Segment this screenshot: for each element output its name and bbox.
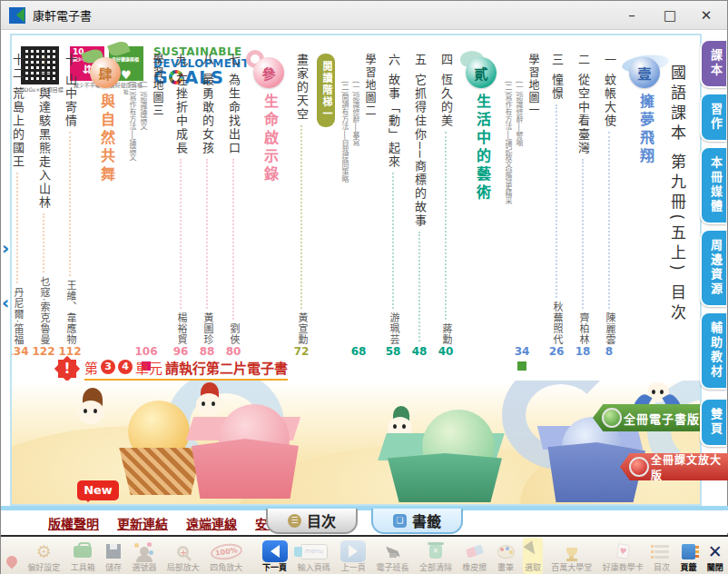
lesson-number: 二 [576, 54, 590, 67]
map-subitems: (一)認識修辭──譬喻(二)寫作有方法──讓記敘文變得更精采 [503, 54, 524, 345]
e-monitor-icon [383, 539, 403, 563]
minimize-button[interactable]: – [618, 5, 645, 26]
dotted-leader [69, 132, 71, 276]
unit-title: 生活中的藝術 [471, 94, 493, 203]
lesson-number: 十 [64, 54, 77, 67]
clear-all-button[interactable]: ✕全部清除 [418, 538, 454, 574]
goto-page-button[interactable]: menu輸入頁碼 [296, 538, 332, 574]
toc-lesson-entry[interactable]: 一蚊帳大使陳麗雲8 [598, 54, 620, 359]
map-subitem: (二)閱讀有方法──自我提問策略 [339, 81, 349, 345]
tab-toc[interactable]: ☰ 目次 [266, 509, 358, 534]
record-icon [629, 457, 649, 477]
toc-icon [654, 539, 669, 563]
preferences-icon: ⚙ [36, 539, 52, 563]
toc-lesson-entry[interactable]: 十山中寄情王維、韋應物112 [59, 54, 81, 359]
next-page-button[interactable]: 下一頁 [261, 538, 290, 574]
toolbar-label: 局部放大 [167, 563, 200, 573]
page-number: 134 [10, 345, 29, 359]
toc-button[interactable]: 目次 [652, 538, 672, 574]
side-tab-習作[interactable]: 習作 [700, 93, 726, 142]
collapse-arrow[interactable]: ‹ [2, 292, 15, 313]
next-page-icon [262, 539, 288, 563]
full-ebook-banner-button[interactable]: 全冊電子書版 [593, 404, 707, 431]
toolbar-label: 下一頁 [262, 563, 287, 573]
toc-lesson-entry[interactable]: 六故事「動」起來游珮芸58 [382, 54, 404, 359]
side-tab-雙頁[interactable]: 雙頁 [700, 398, 726, 447]
partial-zoom-button[interactable]: +局部放大 [165, 538, 202, 574]
corner-zoom-button[interactable]: 100%四角放大 [208, 538, 244, 574]
toc-lesson-entry[interactable]: 四恆久的美蔣勳40 [435, 54, 457, 359]
lesson-number: 九 [174, 54, 188, 67]
unit-header: 參生命啟示錄 [249, 54, 290, 359]
toc-lesson-entry[interactable]: 七為生命找出口劉俠80 [222, 54, 244, 359]
toolbar-label: 偏好設定 [27, 563, 60, 573]
lesson-number: 十一 [37, 54, 51, 81]
maximize-button[interactable]: □ [656, 5, 684, 26]
lesson-author: 蔣勳 [437, 323, 455, 345]
toc-ladder-entry[interactable]: 畫家的天空黃宣勳72 [290, 54, 312, 359]
brush-button[interactable]: 畫筆 [496, 538, 516, 574]
lesson-title: 五它抓得住你──商標的故事 [408, 54, 430, 228]
preferences-button[interactable]: ⚙偏好設定 [25, 538, 62, 574]
tab-bookmark[interactable]: ❏ 書籤 [371, 509, 463, 534]
page-tabs-button[interactable]: 頁籤 [678, 538, 698, 574]
page-number: 26 [549, 345, 565, 359]
side-tab-本冊媒體[interactable]: 本冊媒體 [700, 146, 726, 224]
side-tab-周邊資源[interactable]: 周邊資源 [700, 229, 726, 307]
close-button[interactable]: ✕關閉 [705, 538, 725, 574]
close-button[interactable]: ✕ [693, 5, 720, 26]
map-subitem: (二)寫作有方法──議論文 [127, 81, 137, 345]
full-text-zoom-banner-button[interactable]: 全冊課文放大版 [620, 453, 728, 480]
toc-lesson-entry[interactable]: 九在挫折中成長楊裕貿96 [170, 54, 192, 359]
toc-map-entry[interactable]: 學習地圖一(一)認識修辭──譬喻(二)寫作有方法──讓記敘文變得更精采34 [503, 54, 541, 359]
clear-all-icon: ✕ [429, 539, 442, 563]
toc-lesson-entry[interactable]: 二從空中看臺灣齊柏林18 [572, 54, 594, 359]
lesson-title: 九在挫折中成長 [170, 54, 192, 155]
pin-button[interactable] [5, 538, 19, 574]
prev-page-button[interactable]: 上一頁 [339, 538, 368, 574]
side-tab-課本[interactable]: 課本 [700, 39, 726, 88]
toc-lesson-entry[interactable]: 三憧憬秋蕪照代26 [546, 54, 567, 359]
dotted-leader [180, 159, 182, 309]
disc-notice: ! 第 34 單元 請執行第二片電子書 [55, 357, 288, 381]
million-school-button[interactable]: 百萬大學堂 [549, 538, 594, 574]
bottom-toolbar: ⚙偏好設定工具箱儲存選號器+局部放大100%四角放大下一頁menu輸入頁碼上一頁… [1, 535, 728, 574]
lesson-title: 二從空中看臺灣 [572, 54, 594, 155]
brush-icon [497, 539, 515, 563]
save-icon [106, 539, 121, 563]
footer-link-更新連結[interactable]: 更新連結 [117, 514, 168, 532]
toc-lesson-entry[interactable]: 八最勇敢的女孩黃圖珍88 [196, 54, 218, 359]
footer-bar: 版權聲明更新連結遠端連線安裝字型 ☰ 目次 ❏ 書籤 [1, 506, 728, 533]
lesson-title: 八最勇敢的女孩 [196, 54, 218, 155]
map-title: 學習地圖一 [526, 54, 541, 345]
dotted-leader [16, 173, 18, 283]
reading-ladder-badge: 閱讀階梯一 [317, 54, 335, 359]
eraser-button[interactable]: 橡皮擦 [460, 538, 488, 574]
dotted-leader [608, 132, 610, 309]
toolbar-label: 關閉 [707, 563, 723, 573]
save-button[interactable]: 儲存 [103, 538, 123, 574]
dotted-leader [418, 232, 420, 341]
bookmark-tab-icon: ❏ [393, 514, 407, 528]
footer-link-版權聲明[interactable]: 版權聲明 [48, 514, 99, 532]
toolbox-button[interactable]: 工具箱 [69, 538, 97, 574]
toc-map-entry[interactable]: 學習地圖二(一)認識修辭──摹寫(二)閱讀有方法──自我提問策略68 [339, 54, 378, 359]
select-button[interactable]: 選取 [523, 538, 543, 574]
footer-link-遠端連線[interactable]: 遠端連線 [186, 514, 237, 532]
map-title: 學習地圖二 [362, 54, 378, 345]
toc-lesson-entry[interactable]: 五它抓得住你──商標的故事48 [408, 54, 430, 359]
side-tab-輔助教材[interactable]: 輔助教材 [700, 312, 726, 390]
expand-arrow[interactable]: › [2, 237, 15, 259]
toc-map-entry[interactable]: 學習地圖三(一)認識議論文(二)寫作有方法──議論文106 [127, 54, 165, 359]
e-monitor-button[interactable]: 電子班長 [375, 538, 411, 574]
app-title: 康軒電子書 [33, 6, 92, 24]
number-picker-button[interactable]: 選號器 [130, 538, 158, 574]
app-logo-icon [9, 7, 25, 24]
unit-title: 生命啟示錄 [259, 94, 280, 184]
lesson-author: 秋蕪照代 [547, 302, 566, 345]
toolbar-label: 四角放大 [210, 563, 242, 573]
million-school-icon [566, 539, 577, 563]
teaching-cards-button[interactable]: ♥好康教學卡 [601, 538, 645, 574]
number-picker-icon [140, 539, 149, 563]
toc-lesson-entry[interactable]: 十一與達駭黑熊走入山林乜寇‧索克魯曼122 [33, 54, 54, 359]
